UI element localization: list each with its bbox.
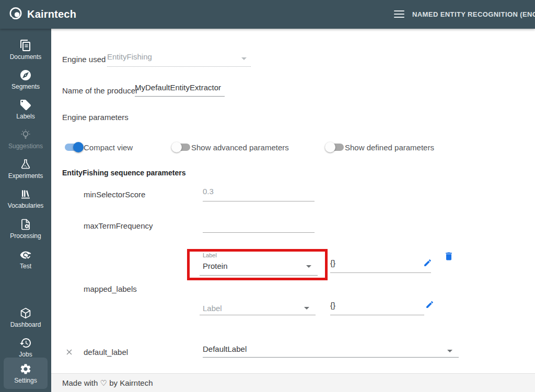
brand-name: Kairntech [27, 8, 76, 20]
engine-used-select[interactable]: EntityFishing [107, 52, 251, 67]
main-content: Engine used EntityFishing Name of the pr… [51, 29, 535, 392]
sidebar-item-test[interactable]: Test [0, 245, 51, 273]
show-advanced-parameters-toggle[interactable] [172, 144, 190, 151]
flask-icon [19, 158, 32, 171]
sidebar-item-label: Settings [14, 377, 37, 384]
chevron-down-icon [306, 265, 311, 268]
default-label-value: DefaultLabel [203, 345, 247, 353]
sidebar-item-label: Test [20, 263, 31, 270]
producer-input[interactable]: MyDefaultEntityExtractor [135, 83, 225, 97]
close-x-icon[interactable] [65, 348, 74, 359]
mapped-labels-label: mapped_labels [84, 284, 137, 293]
sidebar-item-suggestions: Suggestions [0, 125, 51, 153]
sidebar: Documents Segments Labels [0, 29, 51, 392]
min-selector-score-placeholder: 0.3 [203, 187, 214, 196]
sidebar-item-label: Labels [16, 113, 34, 120]
mapped-label-select-1-value: Protein [203, 262, 228, 270]
sidebar-item-processing[interactable]: Processing [0, 215, 51, 243]
top-bar: Kairntech NAMED ENTITY RECOGNITION (ENGL… [0, 0, 535, 29]
compact-view-label: Compact view [84, 143, 133, 152]
sidebar-item-segments[interactable]: Segments [0, 65, 51, 93]
sidebar-item-label: Suggestions [8, 142, 43, 150]
cube-icon [19, 307, 32, 319]
app-window: Kairntech NAMED ENTITY RECOGNITION (ENGL… [0, 0, 535, 392]
kairntech-logo-icon [8, 6, 23, 23]
brand[interactable]: Kairntech [8, 6, 76, 23]
sidebar-item-label: Dashboard [10, 321, 41, 328]
sidebar-item-documents[interactable]: Documents [0, 35, 51, 64]
mapped-label-select-1[interactable]: Label Protein [200, 251, 318, 276]
books-icon [19, 188, 32, 200]
edit-pencil-icon[interactable] [425, 300, 434, 311]
tag-icon [19, 99, 32, 111]
sidebar-item-label: Jobs [19, 351, 32, 358]
show-defined-parameters-label: Show defined parameters [345, 143, 434, 152]
chevron-down-icon [241, 57, 247, 60]
lightbulb-icon [19, 128, 32, 141]
documents-icon [19, 39, 32, 52]
file-gear-icon [19, 218, 32, 231]
compact-view-toggle[interactable] [65, 144, 83, 151]
sidebar-item-label: Experiments [8, 172, 43, 180]
eye-check-icon [19, 248, 32, 261]
mapped-label-select-2[interactable]: Label [200, 296, 316, 315]
gear-icon [19, 363, 32, 375]
mapped-json-input-2[interactable]: {} [330, 301, 424, 315]
section-title: EntityFishing sequence parameters [62, 169, 186, 177]
mapped-label-select-2-placeholder: Label [203, 304, 222, 313]
footer: Made with ♡ by Kairntech [51, 373, 535, 392]
sidebar-item-label: Vocabularies [8, 202, 44, 209]
mapped-json-value-1: {} [330, 258, 335, 267]
chevron-down-icon [447, 350, 452, 352]
sidebar-item-labels[interactable]: Labels [0, 95, 51, 123]
max-term-frequency-label: maxTermFrequency [84, 221, 153, 230]
max-term-frequency-input[interactable] [203, 218, 315, 233]
project-title: NAMED ENTITY RECOGNITION (ENGLIS [412, 10, 535, 18]
show-defined-parameters-toggle[interactable] [326, 144, 344, 151]
mapped-json-input-1[interactable]: {} [330, 258, 431, 273]
history-icon [19, 337, 32, 349]
delete-trash-icon[interactable] [444, 251, 454, 264]
producer-value: MyDefaultEntityExtractor [135, 83, 221, 92]
default-label-select[interactable]: DefaultLabel [203, 345, 459, 358]
default-label-label: default_label [84, 348, 128, 357]
show-advanced-parameters-label: Show advanced parameters [191, 143, 289, 152]
sidebar-item-label: Documents [10, 53, 42, 61]
menu-hamburger-icon[interactable] [394, 10, 404, 18]
edit-pencil-icon[interactable] [423, 258, 432, 269]
mapped-label-select-1-floating-label: Label [203, 252, 217, 258]
sidebar-item-settings[interactable]: Settings [4, 358, 48, 389]
min-selector-score-label: minSelectorScore [84, 190, 145, 199]
engine-used-value: EntityFishing [107, 52, 152, 61]
engine-used-label: Engine used [62, 55, 106, 64]
sidebar-item-experiments[interactable]: Experiments [0, 155, 51, 183]
sidebar-item-jobs[interactable]: Jobs [0, 333, 51, 361]
chevron-down-icon [304, 307, 309, 310]
compass-icon [19, 69, 32, 81]
sidebar-item-vocabularies[interactable]: Vocabularies [0, 184, 51, 212]
sidebar-item-label: Processing [10, 232, 41, 240]
sidebar-item-label: Segments [11, 83, 40, 90]
engine-parameters-label: Engine parameters [62, 113, 129, 122]
sidebar-item-dashboard[interactable]: Dashboard [0, 303, 51, 331]
min-selector-score-input[interactable]: 0.3 [203, 187, 315, 201]
mapped-json-value-2: {} [330, 301, 335, 310]
producer-label: Name of the producer [62, 86, 138, 95]
footer-text: Made with ♡ by Kairntech [62, 378, 153, 388]
